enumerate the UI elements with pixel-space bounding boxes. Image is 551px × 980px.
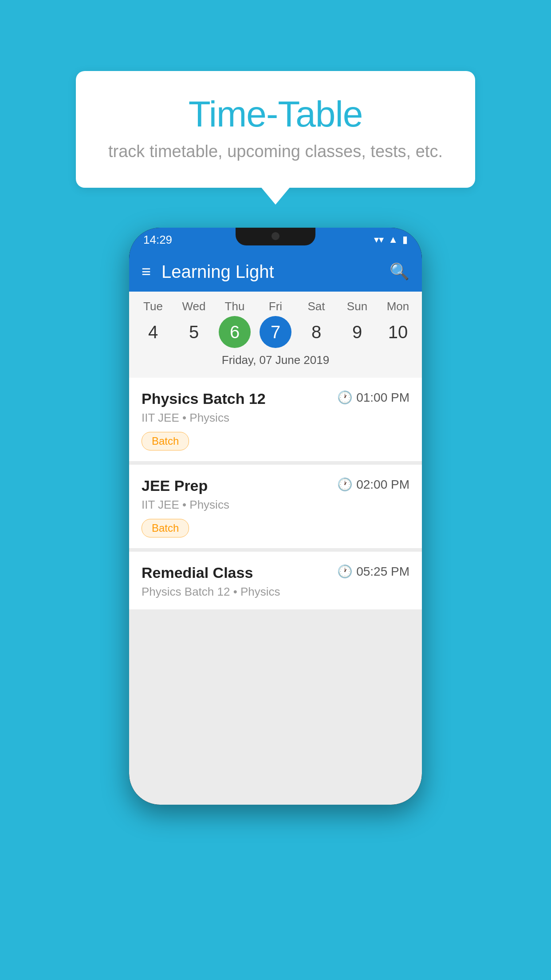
days-row: Tue4Wed5Thu6Fri7Sat8Sun9Mon10 [129,300,422,348]
batch-tag: Batch [142,519,189,537]
schedule-item[interactable]: JEE Prep🕐02:00 PMIIT JEE • PhysicsBatch [129,465,422,548]
item-title: Physics Batch 12 [142,390,266,407]
wifi-icon: ▾▾ [374,234,384,245]
search-icon[interactable]: 🔍 [390,262,409,281]
schedule-item[interactable]: Remedial Class🕐05:25 PMPhysics Batch 12 … [129,552,422,609]
calendar-day-number[interactable]: 4 [137,316,169,348]
calendar-day-number[interactable]: 7 [260,316,291,348]
schedule-item[interactable]: Physics Batch 12🕐01:00 PMIIT JEE • Physi… [129,378,422,461]
hamburger-icon[interactable]: ≡ [142,262,151,281]
phone-screen: 14:29 ▾▾ ▲ ▮ ≡ Learning Light 🔍 Tue4Wed5… [129,228,422,805]
item-header: Physics Batch 12🕐01:00 PM [142,390,409,407]
selected-date-label: Friday, 07 June 2019 [129,348,422,373]
status-icons: ▾▾ ▲ ▮ [374,234,408,245]
item-header: JEE Prep🕐02:00 PM [142,477,409,494]
item-time-text: 01:00 PM [356,391,409,405]
calendar-day-name: Tue [143,300,163,313]
item-header: Remedial Class🕐05:25 PM [142,564,409,581]
calendar-day-col[interactable]: Fri7 [256,300,295,348]
item-subtitle: IIT JEE • Physics [142,498,409,512]
calendar-day-name: Mon [387,300,409,313]
calendar-day-number[interactable]: 5 [178,316,210,348]
status-time: 14:29 [143,233,172,247]
camera-dot [272,232,279,240]
calendar-day-number[interactable]: 9 [341,316,373,348]
item-title: JEE Prep [142,477,208,494]
batch-tag: Batch [142,432,189,450]
calendar-strip: Tue4Wed5Thu6Fri7Sat8Sun9Mon10 Friday, 07… [129,292,422,378]
clock-icon: 🕐 [337,477,353,492]
calendar-day-col[interactable]: Sun9 [338,300,377,348]
calendar-day-name: Sat [307,300,325,313]
calendar-day-name: Fri [269,300,282,313]
calendar-day-col[interactable]: Tue4 [134,300,173,348]
phone-frame-wrapper: 14:29 ▾▾ ▲ ▮ ≡ Learning Light 🔍 Tue4Wed5… [129,228,422,805]
calendar-day-number[interactable]: 8 [300,316,332,348]
calendar-day-number[interactable]: 6 [219,316,251,348]
phone-frame: 14:29 ▾▾ ▲ ▮ ≡ Learning Light 🔍 Tue4Wed5… [129,228,422,805]
calendar-day-name: Wed [182,300,206,313]
phone-notch [236,228,315,245]
bubble-title: Time-Table [102,93,449,135]
calendar-day-col[interactable]: Wed5 [174,300,213,348]
item-time: 🕐02:00 PM [337,477,409,492]
battery-icon: ▮ [402,234,408,245]
app-bar-title: Learning Light [161,262,379,282]
clock-icon: 🕐 [337,564,353,579]
calendar-day-number[interactable]: 10 [382,316,414,348]
item-time: 🕐01:00 PM [337,390,409,405]
item-time-text: 02:00 PM [356,478,409,492]
item-time-text: 05:25 PM [356,565,409,579]
item-subtitle: Physics Batch 12 • Physics [142,585,409,599]
speech-bubble-card: Time-Table track timetable, upcoming cla… [76,71,475,188]
content-area: Physics Batch 12🕐01:00 PMIIT JEE • Physi… [129,378,422,805]
calendar-day-col[interactable]: Sat8 [297,300,336,348]
item-subtitle: IIT JEE • Physics [142,411,409,425]
signal-icon: ▲ [388,234,398,245]
calendar-day-col[interactable]: Thu6 [215,300,254,348]
calendar-day-name: Thu [225,300,245,313]
calendar-day-col[interactable]: Mon10 [378,300,417,348]
item-time: 🕐05:25 PM [337,564,409,579]
bubble-subtitle: track timetable, upcoming classes, tests… [102,142,449,161]
clock-icon: 🕐 [337,390,353,405]
app-bar: ≡ Learning Light 🔍 [129,252,422,292]
calendar-day-name: Sun [347,300,367,313]
item-title: Remedial Class [142,564,253,581]
